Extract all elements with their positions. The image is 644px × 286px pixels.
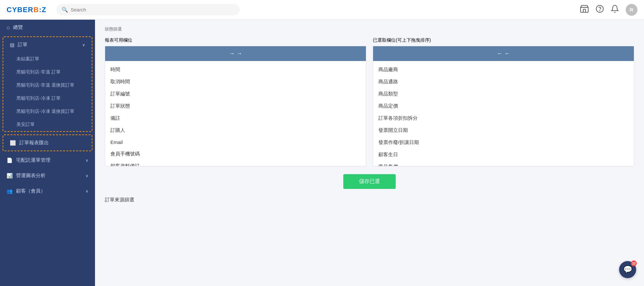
list-item[interactable]: 顧客資料備註 <box>105 160 366 166</box>
chat-bubble[interactable]: 💬 10 <box>619 261 636 278</box>
search-input[interactable] <box>71 7 235 12</box>
list-item[interactable]: 取消時間 <box>105 76 366 88</box>
save-btn-row: 儲存已選 <box>105 174 634 189</box>
available-columns-label: 報表可用欄位 <box>105 37 366 43</box>
sidebar-subitem-blackcat-frozen[interactable]: 黑貓宅到店-冷凍 訂單 <box>3 92 92 105</box>
chat-icon: 💬 <box>623 265 632 274</box>
add-all-arrows: → → <box>229 50 242 57</box>
columns-row: → → 時間 取消時間 訂單編號 訂單狀態 備註 訂購人 Email 會員手機號… <box>105 46 634 166</box>
header-right: R <box>580 4 637 16</box>
sidebar-subitem-open-orders[interactable]: 未結案訂單 <box>3 52 92 66</box>
logo-text: CYBERB:Z <box>7 6 47 14</box>
remove-all-arrows: ← ← <box>497 50 510 57</box>
available-columns-box: → → 時間 取消時間 訂單編號 訂單狀態 備註 訂購人 Email 會員手機號… <box>105 46 366 166</box>
sidebar-item-order-export[interactable]: ⬜ 訂單報表匯出 <box>3 135 92 151</box>
chat-badge: 10 <box>631 260 637 266</box>
sidebar-item-overview[interactable]: ⌂ 總覽 <box>0 20 95 35</box>
sidebar-item-order[interactable]: ▤ 訂單 ∨ <box>3 37 92 52</box>
svg-point-5 <box>599 10 600 10</box>
help-icon[interactable] <box>596 5 604 15</box>
list-item[interactable]: 商品廠商 <box>373 64 634 76</box>
sidebar: ⌂ 總覽 ▤ 訂單 ∨ 未結案訂單 黑貓宅到店-常溫 訂單 黑貓宅到店-常溫 退… <box>0 20 95 286</box>
list-item[interactable]: 發票開立日期 <box>373 124 634 136</box>
analytics-icon: 📊 <box>7 173 13 179</box>
sidebar-order-label: 訂單 <box>18 42 79 48</box>
logo: CYBERB:Z <box>7 6 47 14</box>
list-item[interactable]: 顧客生日 <box>373 149 634 161</box>
delivery-chevron-icon: ∨ <box>85 158 88 163</box>
search-bar[interactable]: 🔍 <box>56 4 240 15</box>
list-item[interactable]: 訂單各項折扣拆分 <box>373 112 634 124</box>
customer-chevron-icon: ∨ <box>85 189 88 194</box>
order-source-title: 訂單來源篩選 <box>105 197 634 203</box>
available-columns-list[interactable]: 時間 取消時間 訂單編號 訂單狀態 備註 訂購人 Email 會員手機號碼 顧客… <box>105 61 366 166</box>
sidebar-item-delivery[interactable]: 📄 宅配託運單管理 ∨ <box>0 153 95 168</box>
add-all-button[interactable]: → → <box>105 46 366 61</box>
list-item[interactable]: 備註 <box>105 112 366 124</box>
sidebar-delivery-label: 宅配託運單管理 <box>16 157 82 163</box>
order-chevron-icon: ∨ <box>82 43 85 47</box>
svg-point-4 <box>596 5 603 12</box>
analytics-chevron-icon: ∨ <box>85 174 88 178</box>
header: CYBERB:Z 🔍 <box>0 0 644 20</box>
sidebar-subitem-blackcat-frozen-return[interactable]: 黑貓宅到店-冷凍 退換貨訂單 <box>3 105 92 118</box>
list-item[interactable]: 發票作廢/折讓日期 <box>373 136 634 149</box>
page-subtitle: 狀態篩選 <box>105 26 634 32</box>
svg-rect-0 <box>580 7 588 12</box>
export-icon: ⬜ <box>10 140 16 146</box>
sidebar-subitem-blackcat-normal-return[interactable]: 黑貓宅到店-常溫 退換貨訂單 <box>3 79 92 92</box>
sidebar-order-export-label: 訂單報表匯出 <box>19 140 49 146</box>
selected-columns-box: ← ← 商品廠商 商品通路 商品類型 商品定價 訂單各項折扣拆分 發票開立日期 … <box>373 46 634 166</box>
layout: ⌂ 總覽 ▤ 訂單 ∨ 未結案訂單 黑貓宅到店-常溫 訂單 黑貓宅到店-常溫 退… <box>0 20 644 286</box>
list-item[interactable]: 訂單狀態 <box>105 100 366 112</box>
main-content: 狀態篩選 報表可用欄位 已選取欄位(可上下拖曳排序) → → 時間 取消時間 訂… <box>95 20 644 286</box>
customer-icon: 👥 <box>7 188 13 194</box>
sidebar-section-orders: ▤ 訂單 ∨ 未結案訂單 黑貓宅到店-常溫 訂單 黑貓宅到店-常溫 退換貨訂單 … <box>3 36 92 132</box>
sidebar-item-overview-label: 總覽 <box>13 24 88 31</box>
sidebar-subitem-meian[interactable]: 美安訂單 <box>3 118 92 131</box>
selected-columns-list[interactable]: 商品廠商 商品通路 商品類型 商品定價 訂單各項折扣拆分 發票開立日期 發票作廢… <box>373 61 634 166</box>
save-button[interactable]: 儲存已選 <box>343 174 396 189</box>
list-item[interactable]: 商品通路 <box>373 76 634 88</box>
sidebar-customer-label: 顧客（會員） <box>16 188 82 194</box>
remove-all-button[interactable]: ← ← <box>373 46 634 61</box>
selected-columns-label: 已選取欄位(可上下拖曳排序) <box>373 37 634 43</box>
sidebar-analytics-label: 營運圖表分析 <box>16 173 82 179</box>
list-item[interactable]: Email <box>105 136 366 148</box>
delivery-icon: 📄 <box>7 157 13 163</box>
list-item[interactable]: 會員手機號碼 <box>105 148 366 160</box>
sidebar-section-export: ⬜ 訂單報表匯出 <box>3 134 92 151</box>
store-icon[interactable] <box>580 4 589 15</box>
list-item[interactable]: 商品售價 <box>373 161 634 166</box>
sidebar-subitem-blackcat-normal[interactable]: 黑貓宅到店-常溫 訂單 <box>3 66 92 79</box>
search-icon: 🔍 <box>62 7 68 13</box>
list-item[interactable]: 商品定價 <box>373 100 634 112</box>
list-item[interactable]: 訂單編號 <box>105 88 366 100</box>
list-item[interactable]: 時間 <box>105 64 366 76</box>
list-item[interactable]: 商品類型 <box>373 88 634 100</box>
avatar[interactable]: R <box>626 4 637 16</box>
home-icon: ⌂ <box>7 25 10 31</box>
sidebar-item-customer[interactable]: 👥 顧客（會員） ∨ <box>0 183 95 199</box>
sidebar-item-analytics[interactable]: 📊 營運圖表分析 ∨ <box>0 168 95 183</box>
list-item[interactable]: 訂購人 <box>105 124 366 136</box>
notification-icon[interactable] <box>611 5 619 15</box>
order-icon: ▤ <box>10 42 14 48</box>
